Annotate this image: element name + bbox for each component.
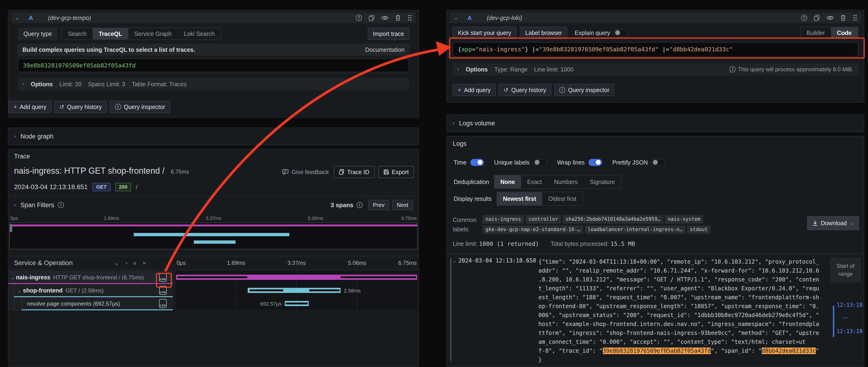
download-button[interactable]: Download ⌄	[807, 216, 859, 230]
query-history-button[interactable]: ↺Query history	[54, 101, 107, 113]
process-hint: This query will process approximately 8.…	[738, 66, 854, 73]
trace-heading: nais-ingress: HTTP GET shop-frontend / 6…	[14, 166, 189, 176]
import-trace-button[interactable]: Import trace	[368, 28, 409, 40]
query-type-row: Query type Search TraceQL Service Graph …	[18, 28, 409, 40]
wrap-lines-toggle[interactable]	[589, 159, 602, 166]
copy-icon[interactable]	[368, 15, 375, 21]
mode-builder[interactable]: Builder	[801, 27, 831, 38]
display-newest-first[interactable]: Newest first	[497, 192, 542, 205]
minimap-drag-handle[interactable]	[10, 224, 12, 232]
display-oldest-first[interactable]: Oldest first	[542, 192, 582, 205]
query-inspector-button[interactable]: iQuery inspector	[554, 84, 615, 96]
tab-service-graph[interactable]: Service Graph	[128, 28, 178, 39]
time-toggle[interactable]	[470, 159, 484, 166]
eye-icon[interactable]	[381, 15, 389, 21]
unique-labels-toggle[interactable]	[533, 159, 547, 166]
tab-traceql[interactable]: TraceQL	[93, 28, 128, 39]
explain-query-label: Explain query	[575, 30, 610, 36]
trash-icon[interactable]	[840, 15, 846, 21]
explain-query-toggle[interactable]	[614, 29, 627, 36]
dedup-signature[interactable]: Signature	[584, 175, 621, 189]
time-toggle-label: Time	[454, 159, 467, 166]
log-line-text[interactable]: {"time": "2024-03-04T11:13:18+00:00", "r…	[538, 257, 830, 364]
node-graph-panel[interactable]: ›Node graph	[8, 128, 419, 145]
start-of-range-button[interactable]: Start of range	[830, 258, 861, 282]
dedup-numbers[interactable]: Numbers	[548, 175, 584, 189]
span-bar-area[interactable]	[176, 271, 417, 284]
dedup-none[interactable]: None	[494, 175, 521, 189]
mode-code[interactable]: Code	[831, 27, 858, 38]
tempo-options-row[interactable]: › Options Limit: 20 Spans Limit: 3 Table…	[18, 78, 409, 90]
logs-volume-title: Logs volume	[459, 120, 495, 127]
add-query-button[interactable]: +Add query	[8, 101, 52, 113]
query-history-button[interactable]: ↺Query history	[499, 84, 551, 96]
trash-icon[interactable]	[395, 15, 401, 21]
common-label-badge: gke-dev-gcp-nap-e2-standard-16-…	[483, 225, 583, 234]
span-filters-label[interactable]: Span Filters	[20, 201, 54, 209]
eye-icon[interactable]	[826, 15, 834, 21]
span-rows: ⌄ nais-ingressHTTP GET shop-frontend / (…	[8, 271, 418, 310]
next-span-button[interactable]: Next	[392, 200, 413, 210]
query-type-label: Query type	[18, 28, 58, 40]
bytes-processed-value: 15.5 MB	[611, 241, 635, 247]
help-icon[interactable]: ?	[356, 15, 362, 21]
tab-loki-search[interactable]: Loki Search	[178, 28, 221, 39]
logs-volume-panel[interactable]: ›Logs volume	[447, 114, 864, 132]
log-rows-container: ⌄ 2024-03-04 12:13:18.658 {"time": "2024…	[447, 254, 864, 367]
chevron-down-icon[interactable]: ⌄	[453, 259, 456, 263]
collapse-all-icon[interactable]: »	[132, 262, 138, 264]
common-label-badge: loadbalancer-internal-ingress-n…	[585, 225, 685, 234]
dedup-exact[interactable]: Exact	[521, 175, 548, 189]
common-label-badge: stdout	[687, 225, 710, 234]
hint-text: Build complex queries using TraceQL to s…	[23, 47, 195, 53]
span-logs-icon[interactable]: LOG	[159, 286, 167, 295]
drag-handle-icon[interactable]	[852, 15, 857, 21]
span-row-3[interactable]: resolve page components (692.57μs) LOG 6…	[8, 297, 418, 310]
copy-icon[interactable]	[814, 15, 820, 21]
query-ref-id: A	[29, 14, 33, 22]
span-row-2[interactable]: ⌄ shop-frontendGET / (2.58ms) LOG 2.58ms	[8, 284, 418, 297]
common-labels-row: Common labels: nais-ingresscontrollersha…	[453, 215, 764, 234]
label-browser-button[interactable]: Label browser	[520, 27, 567, 39]
trace-duration: 6.75ms	[170, 169, 189, 175]
span-logs-icon[interactable]: LOG	[159, 273, 167, 282]
trace-path: /	[136, 184, 137, 191]
kick-start-query-button[interactable]: Kick start your query	[453, 27, 517, 39]
documentation-link[interactable]: Documentation	[365, 47, 404, 53]
chevron-right-icon[interactable]: ›	[14, 202, 16, 208]
common-label-badge: sha256:2bdab7410148a3a4ba2e5959…	[563, 215, 663, 224]
loki-options-row[interactable]: › Options Type: Range Line limit: 1000 i…	[453, 63, 858, 76]
span-bar-area[interactable]: 2.58ms	[176, 284, 417, 297]
help-icon[interactable]: ?	[801, 15, 807, 21]
service-operation-header: Service & Operation	[14, 259, 73, 267]
trace-id-button[interactable]: Trace ID	[334, 166, 375, 178]
prev-span-button[interactable]: Prev	[368, 200, 389, 210]
chevron-down-icon[interactable]: ⌄	[454, 15, 458, 20]
expand-one-icon[interactable]: ›	[125, 260, 127, 266]
range-separator: —	[843, 314, 848, 320]
tab-search[interactable]: Search	[62, 28, 92, 39]
query-inspector-button[interactable]: iQuery inspector	[110, 101, 170, 113]
collapse-one-icon[interactable]: ⌄	[114, 260, 119, 266]
display-results-options: Newest first Oldest first	[496, 192, 583, 206]
span-row-1[interactable]: ⌄ nais-ingressHTTP GET shop-frontend / (…	[8, 271, 418, 284]
deduplication-label: Deduplication	[454, 178, 489, 186]
log-level-stripe	[451, 258, 451, 361]
expand-all-icon[interactable]: »	[143, 260, 146, 266]
chevron-down-icon[interactable]: ⌄	[11, 275, 15, 280]
option-spans-limit: Spans Limit: 3	[88, 81, 125, 88]
export-button[interactable]: Export	[378, 166, 414, 178]
loki-query-input[interactable]: {app="nais-ingress"} |="39e8b83281976509…	[453, 42, 858, 57]
drag-handle-icon[interactable]	[407, 15, 412, 21]
trace-header-actions: Give feedback Trace ID Export	[282, 166, 414, 178]
prettify-json-toggle[interactable]	[651, 159, 665, 166]
chevron-down-icon[interactable]: ⌄	[15, 15, 19, 20]
give-feedback-link[interactable]: Give feedback	[282, 169, 329, 175]
span-bar-area[interactable]: 692.57μs	[176, 297, 417, 310]
traceql-query-input[interactable]: 39e8b83281976509ef05ab82f05a43fd	[18, 59, 409, 72]
span-logs-icon[interactable]: LOG	[159, 299, 167, 308]
add-query-button[interactable]: +Add query	[453, 84, 496, 96]
trace-minimap[interactable]	[9, 223, 417, 249]
common-label-badge: nais-system	[665, 215, 703, 224]
chevron-down-icon[interactable]: ⌄	[17, 288, 21, 293]
